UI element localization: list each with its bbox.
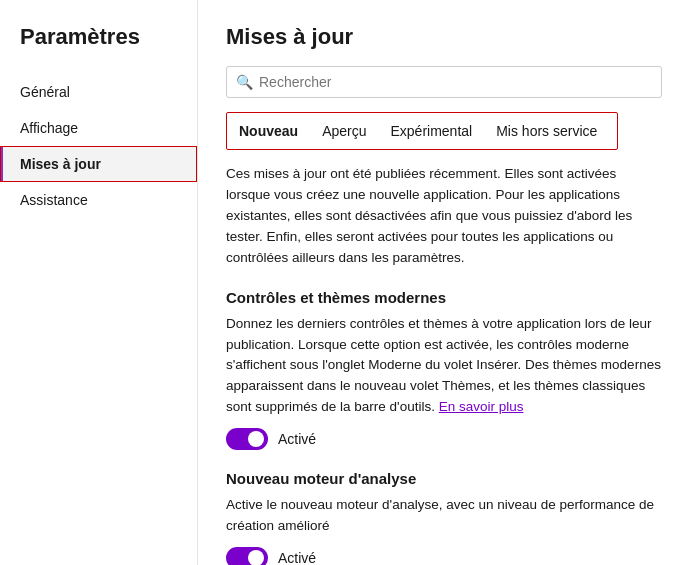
section-title-controles: Contrôles et thèmes modernes [226, 289, 662, 306]
section-moteur-analyse: Nouveau moteur d'analyse Active le nouve… [226, 470, 662, 565]
sidebar-item-label: Assistance [20, 192, 88, 208]
sidebar-item-label: Général [20, 84, 70, 100]
main-content: Mises à jour 🔍 Nouveau Aperçu Expériment… [198, 0, 690, 565]
tab-apercu[interactable]: Aperçu [310, 119, 378, 143]
toggle-label-moteur: Activé [278, 550, 316, 565]
sidebar: Paramètres Général Affichage Mises à jou… [0, 0, 198, 565]
toggle-row-moteur: Activé [226, 547, 662, 565]
sidebar-item-label: Affichage [20, 120, 78, 136]
tabs-container: Nouveau Aperçu Expérimental Mis hors ser… [226, 112, 618, 150]
section-desc-moteur: Active le nouveau moteur d'analyse, avec… [226, 495, 662, 537]
sidebar-item-mises-a-jour[interactable]: Mises à jour [0, 146, 197, 182]
toggle-row-controles: Activé [226, 428, 662, 450]
toggle-knob-controles [248, 431, 264, 447]
tab-mis-hors-service[interactable]: Mis hors service [484, 119, 609, 143]
sidebar-item-affichage[interactable]: Affichage [0, 110, 197, 146]
toggle-label-controles: Activé [278, 431, 316, 447]
section-controles-themes: Contrôles et thèmes modernes Donnez les … [226, 289, 662, 451]
sidebar-item-assistance[interactable]: Assistance [0, 182, 197, 218]
sidebar-title: Paramètres [0, 24, 197, 74]
sidebar-item-label: Mises à jour [20, 156, 101, 172]
intro-description: Ces mises à jour ont été publiées récemm… [226, 164, 662, 269]
toggle-controles[interactable] [226, 428, 268, 450]
toggle-knob-moteur [248, 550, 264, 565]
toggle-moteur[interactable] [226, 547, 268, 565]
sidebar-item-general[interactable]: Général [0, 74, 197, 110]
tab-experimental[interactable]: Expérimental [378, 119, 484, 143]
section-desc-controles: Donnez les derniers contrôles et thèmes … [226, 314, 662, 419]
learn-more-link-controles[interactable]: En savoir plus [439, 399, 524, 414]
search-wrapper: 🔍 [226, 66, 662, 98]
section-title-moteur: Nouveau moteur d'analyse [226, 470, 662, 487]
search-input[interactable] [226, 66, 662, 98]
page-title: Mises à jour [226, 24, 662, 50]
tab-nouveau[interactable]: Nouveau [235, 119, 310, 143]
search-icon: 🔍 [236, 74, 253, 90]
